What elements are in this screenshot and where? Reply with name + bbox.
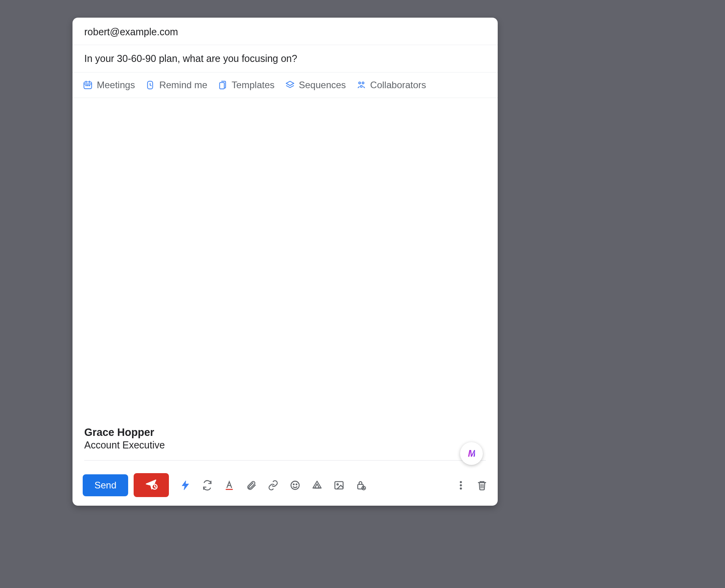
svg-line-30 xyxy=(364,488,364,488)
extension-badge-initials: M xyxy=(468,448,475,459)
image-icon[interactable] xyxy=(334,480,344,491)
refresh-icon[interactable] xyxy=(202,480,213,491)
recipient-row[interactable]: robert@example.com xyxy=(72,18,498,45)
emoji-icon[interactable] xyxy=(290,480,301,491)
svg-point-33 xyxy=(460,488,462,489)
trash-icon[interactable] xyxy=(477,480,488,491)
attachment-icon[interactable] xyxy=(246,480,257,491)
svg-line-17 xyxy=(155,487,156,487)
meetings-label: Meetings xyxy=(97,80,135,91)
svg-point-12 xyxy=(359,82,361,84)
link-icon[interactable] xyxy=(268,480,279,491)
text-format-icon[interactable] xyxy=(224,480,235,491)
send-button[interactable]: Send xyxy=(83,474,128,496)
svg-point-14 xyxy=(360,85,362,87)
people-icon xyxy=(356,80,366,90)
quick-tools-strip: Meetings Remind me Templates Sequences xyxy=(72,73,498,98)
svg-point-26 xyxy=(337,483,339,485)
svg-point-21 xyxy=(293,484,294,485)
signature-block: Grace Hopper Account Executive xyxy=(72,426,498,466)
subject-text[interactable]: In your 30-60-90 plan, what are you focu… xyxy=(84,53,297,64)
collaborators-tool[interactable]: Collaborators xyxy=(356,80,426,91)
svg-point-13 xyxy=(362,82,364,84)
recipient-address[interactable]: robert@example.com xyxy=(84,26,178,37)
layers-icon xyxy=(285,80,295,90)
send-later-button[interactable] xyxy=(134,473,169,497)
templates-tool[interactable]: Templates xyxy=(218,80,274,91)
more-options-icon[interactable] xyxy=(455,480,466,491)
signature-title: Account Executive xyxy=(84,439,486,451)
compose-window: robert@example.com In your 30-60-90 plan… xyxy=(72,18,498,506)
subject-row[interactable]: In your 30-60-90 plan, what are you focu… xyxy=(72,45,498,73)
lock-timer-icon[interactable] xyxy=(355,480,366,491)
clock-icon xyxy=(145,80,155,90)
svg-point-5 xyxy=(87,85,88,86)
svg-rect-25 xyxy=(335,481,343,489)
svg-point-4 xyxy=(86,85,87,86)
message-body[interactable] xyxy=(72,98,498,426)
calendar-icon xyxy=(83,80,93,90)
formatting-icons xyxy=(180,480,366,491)
template-icon xyxy=(218,80,228,90)
sequences-tool[interactable]: Sequences xyxy=(285,80,346,91)
svg-rect-10 xyxy=(220,83,225,89)
drive-icon[interactable] xyxy=(312,480,323,491)
signature-name: Grace Hopper xyxy=(84,426,486,439)
bolt-icon[interactable] xyxy=(180,480,191,491)
svg-point-22 xyxy=(296,484,297,485)
svg-marker-11 xyxy=(286,81,294,85)
compose-footer: Send xyxy=(72,466,498,506)
meetings-tool[interactable]: Meetings xyxy=(83,80,135,91)
svg-point-32 xyxy=(460,484,462,486)
signature-divider xyxy=(84,460,486,461)
templates-label: Templates xyxy=(232,80,274,91)
remind-tool[interactable]: Remind me xyxy=(145,80,207,91)
svg-line-9 xyxy=(150,85,151,86)
collaborators-label: Collaborators xyxy=(370,80,426,91)
svg-point-6 xyxy=(89,85,90,86)
svg-point-20 xyxy=(291,481,299,489)
remind-label: Remind me xyxy=(159,80,207,91)
send-plane-clock-icon xyxy=(145,478,158,492)
svg-point-31 xyxy=(460,481,462,483)
sequences-label: Sequences xyxy=(299,80,346,91)
extension-badge[interactable]: M xyxy=(460,442,483,465)
